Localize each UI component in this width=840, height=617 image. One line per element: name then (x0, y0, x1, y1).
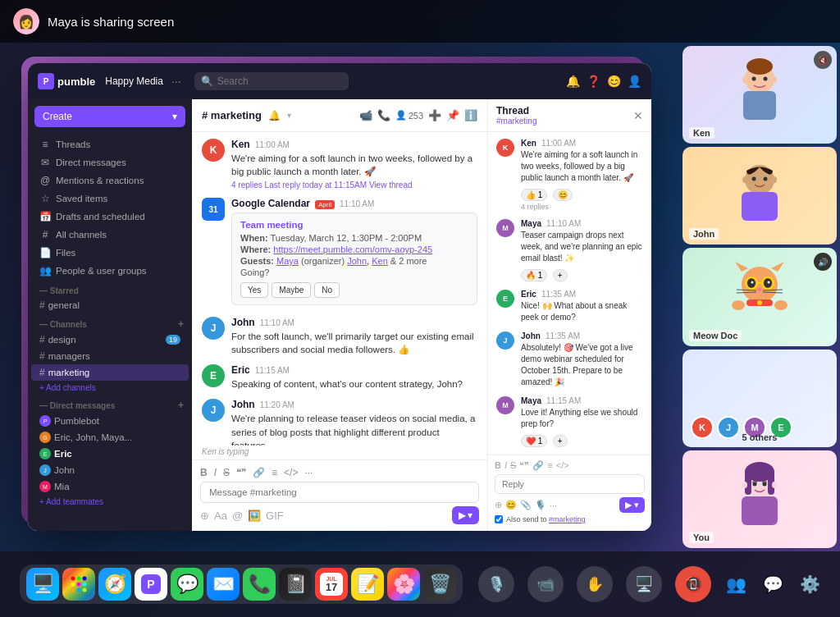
chat-icon[interactable]: 💬 (763, 574, 783, 594)
format-icon[interactable]: Aa (214, 510, 227, 522)
thread-mic-icon[interactable]: 🎙️ (535, 500, 546, 510)
settings-icon[interactable]: ⚙️ (800, 574, 820, 594)
also-send-checkbox[interactable] (495, 515, 503, 523)
messages-icon[interactable]: 💬 (171, 568, 203, 601)
thread-strike[interactable]: S (510, 460, 516, 471)
dm-john[interactable]: J John (31, 462, 189, 478)
reaction-add[interactable]: + (553, 269, 568, 281)
reaction-emoji[interactable]: 😊 (553, 189, 573, 201)
notes2-icon[interactable]: 📝 (351, 568, 384, 601)
thread-italic[interactable]: I (504, 460, 507, 471)
gif-icon[interactable]: GIF (266, 510, 284, 522)
safari-icon[interactable]: 🧭 (98, 568, 131, 601)
add-teammates[interactable]: + Add teammates (31, 495, 189, 509)
sidebar-item-saved[interactable]: ☆ Saved items (31, 190, 189, 208)
thread-more-icon[interactable]: ··· (550, 500, 557, 510)
channel-general[interactable]: # general (31, 297, 189, 313)
mail-icon[interactable]: ✉️ (207, 568, 240, 601)
sidebar-item-mentions[interactable]: @ Mentions & reactions (31, 171, 189, 190)
mic-control-btn[interactable]: 🎙️ (478, 566, 514, 602)
link-tool[interactable]: 🔗 (253, 467, 265, 478)
thread-close-button[interactable]: ✕ (633, 109, 643, 122)
hand-control-btn[interactable]: ✋ (577, 566, 613, 602)
code-tool[interactable]: </> (284, 467, 298, 478)
trash-icon[interactable]: 🗑️ (423, 568, 456, 601)
sidebar-item-files[interactable]: 📄 Files (31, 244, 189, 262)
at-icon[interactable]: @ (232, 510, 243, 522)
screen-control-btn[interactable]: 🖥️ (626, 566, 662, 602)
dm-mia[interactable]: M Mia (31, 478, 189, 495)
thread-attach-icon[interactable]: 📎 (520, 500, 532, 510)
pumblebot-avatar: P (39, 415, 51, 427)
also-send-channel-link[interactable]: #marketing (549, 515, 586, 523)
thread-reply-input[interactable] (495, 474, 645, 494)
list-tool[interactable]: ≡ (272, 467, 277, 478)
thread-message-maya2: M Maya 11:15 AM Love it! Anything else w… (496, 396, 643, 447)
search-input[interactable] (194, 72, 349, 90)
calendar-maybe-btn[interactable]: Maybe (272, 282, 311, 298)
dm-eric[interactable]: E Eric (31, 446, 189, 462)
sidebar-item-threads[interactable]: ≡ Threads (31, 135, 189, 153)
photos-icon[interactable]: 🌸 (387, 568, 420, 601)
add-member-icon[interactable]: ➕ (428, 109, 441, 121)
notes-icon[interactable]: 📓 (279, 568, 312, 601)
reaction-thumbs[interactable]: 👍 1 (521, 189, 547, 201)
sidebar-item-all-channels[interactable]: # All channels (31, 226, 189, 244)
pin-icon[interactable]: 📌 (446, 109, 459, 121)
video-call-icon[interactable]: 📹 (359, 109, 372, 121)
add-icon[interactable]: ⊕ (200, 510, 209, 522)
channel-bell-icon[interactable]: 🔔 (268, 110, 281, 121)
create-button[interactable]: Create ▾ (34, 106, 185, 127)
add-dm-icon[interactable]: + (178, 400, 184, 411)
user-avatar-header[interactable]: 👤 (628, 75, 641, 88)
workspace-menu-dots[interactable]: ··· (171, 75, 181, 88)
reaction-fire[interactable]: 🔥 1 (521, 269, 547, 281)
channel-marketing[interactable]: # marketing (31, 364, 189, 381)
channel-managers[interactable]: # managers (31, 348, 189, 364)
finder-icon[interactable]: 🖥️ (26, 568, 59, 601)
channel-design[interactable]: # design 19 (31, 331, 189, 348)
ken-reply-count[interactable]: 4 replies Last reply today at 11:15AM Vi… (231, 181, 477, 190)
calendar-icon[interactable]: JUL 17 (315, 568, 348, 601)
reaction-add2[interactable]: + (553, 435, 568, 447)
thread-code[interactable]: </> (556, 460, 569, 471)
facetime-icon[interactable]: 📞 (243, 568, 276, 601)
phone-icon[interactable]: 📞 (377, 109, 390, 121)
send-button[interactable]: ▶ ▾ (452, 506, 479, 524)
image-icon[interactable]: 🖼️ (248, 510, 261, 522)
thread-add-icon[interactable]: ⊕ (495, 500, 502, 510)
emoji-icon[interactable]: 😊 (607, 75, 621, 88)
pumble-dock-icon[interactable]: P (135, 568, 167, 601)
dm-pumblebot[interactable]: P Pumblebot (31, 413, 189, 429)
thread-list[interactable]: ≡ (547, 460, 552, 471)
italic-tool[interactable]: I (214, 467, 217, 478)
thread-bold[interactable]: B (495, 460, 501, 471)
svg-point-17 (757, 300, 762, 305)
sidebar-item-people[interactable]: 👥 People & user groups (31, 262, 189, 280)
video-control-btn[interactable]: 📹 (527, 566, 564, 602)
thread-quote[interactable]: ❝❞ (519, 460, 529, 471)
end-call-btn[interactable]: 📵 (675, 566, 711, 602)
sidebar-item-dms[interactable]: ✉ Direct messages (31, 153, 189, 171)
question-icon[interactable]: ❓ (587, 75, 600, 88)
chat-input[interactable] (200, 482, 479, 503)
strike-tool[interactable]: S (223, 467, 230, 478)
bell-icon[interactable]: 🔔 (566, 75, 580, 88)
info-icon[interactable]: ℹ️ (464, 109, 477, 121)
reaction-heart[interactable]: ❤️ 1 (521, 435, 547, 447)
thread-link[interactable]: 🔗 (532, 460, 544, 471)
thread-emoji-icon[interactable]: 😊 (505, 500, 517, 510)
add-channels[interactable]: + Add channels (31, 381, 189, 395)
mention-tool[interactable]: ❝❞ (236, 467, 246, 478)
channel-dropdown-icon[interactable]: ▾ (287, 111, 291, 120)
dm-group[interactable]: G Eric, John, Maya... (31, 429, 189, 446)
bold-tool[interactable]: B (200, 467, 208, 478)
participants-icon[interactable]: 👥 (726, 574, 746, 594)
launchpad-icon[interactable] (62, 568, 95, 601)
more-tool[interactable]: ··· (304, 467, 313, 478)
calendar-no-btn[interactable]: No (314, 282, 340, 298)
sidebar-item-drafts[interactable]: 📅 Drafts and scheduled (31, 208, 189, 226)
calendar-yes-btn[interactable]: Yes (240, 282, 268, 298)
thread-send-button[interactable]: ▶ ▾ (619, 497, 645, 513)
add-channel-icon[interactable]: + (178, 318, 184, 330)
